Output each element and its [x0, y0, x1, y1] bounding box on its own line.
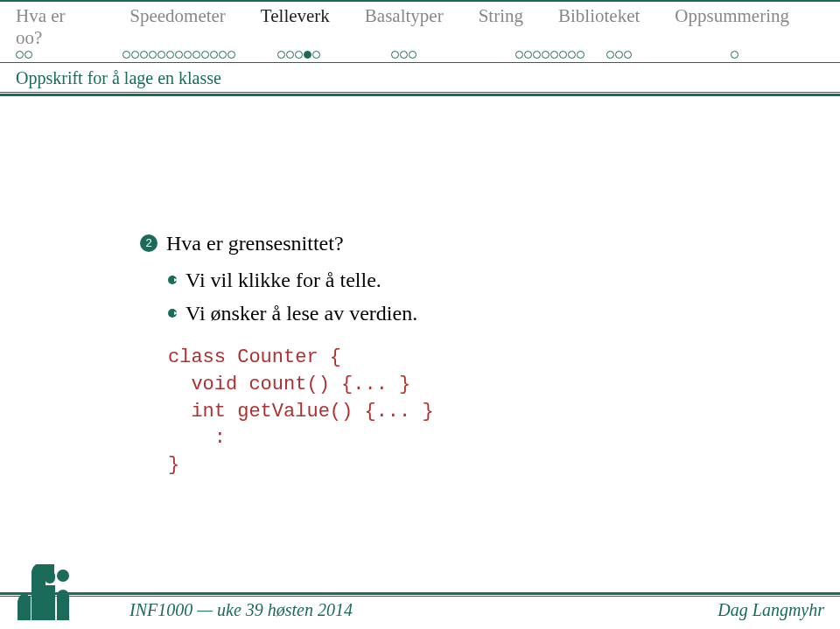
- item-heading: Hva er grensesnittet?: [166, 227, 344, 259]
- sub-bullet-list: Vi vil klikke for å telle. Vi ønsker å l…: [140, 264, 840, 329]
- bullet-text: Vi vil klikke for å telle.: [186, 264, 382, 296]
- dot-group-4: [515, 51, 606, 59]
- dot-group-0: [16, 51, 122, 59]
- svg-point-8: [57, 570, 69, 582]
- item-number-badge: 2: [140, 234, 158, 252]
- slide-content: 2 Hva er grensesnittet? Vi vil klikke fo…: [0, 96, 840, 479]
- nav-tab-basaltyper[interactable]: Basaltyper: [365, 5, 479, 49]
- progress-dots-row: [0, 49, 840, 62]
- nav-tab-string[interactable]: String: [479, 5, 558, 49]
- dot-group-1: [122, 51, 277, 59]
- dot-group-5: [606, 51, 731, 59]
- footer-left-text: INF1000 — uke 39 høsten 2014: [130, 600, 353, 620]
- ifi-logo-icon: [16, 564, 103, 620]
- footer: INF1000 — uke 39 høsten 2014 Dag Langmyh…: [0, 592, 840, 629]
- bullet-icon: [168, 276, 177, 284]
- footer-right-text: Dag Langmyhr: [718, 600, 824, 620]
- bullet-item: Vi ønsker å lese av verdien.: [168, 297, 840, 329]
- section-subtitle: Oppskrift for å lage en klasse: [0, 63, 840, 92]
- footer-content: INF1000 — uke 39 høsten 2014 Dag Langmyh…: [0, 597, 840, 629]
- nav-tab-oppsummering[interactable]: Oppsummering: [675, 5, 824, 49]
- bullet-text: Vi ønsker å lese av verdien.: [186, 297, 417, 329]
- code-block: class Counter { void count() {... } int …: [140, 331, 840, 479]
- nav-tab-telleverk[interactable]: Telleverk: [261, 5, 365, 49]
- svg-rect-7: [33, 589, 54, 598]
- nav-tab-speedometer[interactable]: Speedometer: [130, 5, 261, 49]
- nav-tab-hva-er-oo[interactable]: Hva er oo?: [16, 5, 130, 49]
- footer-border: [0, 592, 840, 595]
- dot-group-6: [731, 51, 738, 59]
- bullet-item: Vi vil klikke for å telle.: [168, 264, 840, 296]
- nav-tabs: Hva er oo? Speedometer Telleverk Basalty…: [0, 2, 840, 49]
- numbered-item: 2 Hva er grensesnittet?: [140, 227, 840, 259]
- divider: [0, 92, 840, 93]
- dot-group-3: [391, 51, 515, 59]
- dot-group-2: [277, 51, 391, 59]
- nav-tab-biblioteket[interactable]: Biblioteket: [558, 5, 675, 49]
- bullet-icon: [168, 309, 177, 318]
